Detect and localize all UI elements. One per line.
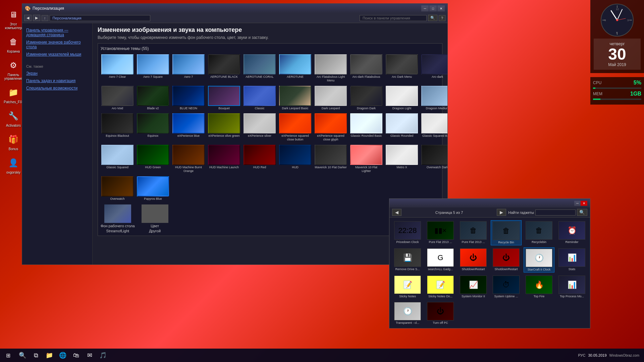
theme-item[interactable]: eXPerience squared close glyph	[314, 113, 347, 142]
theme-item[interactable]: Arc Dark Menu	[385, 54, 419, 83]
gadget-name: Transparent - cl...	[394, 321, 421, 324]
gadget-item[interactable]: 🗑Recycle Bin	[491, 220, 522, 245]
theme-item[interactable]: Dragoon Dark	[350, 85, 383, 111]
gadget-item[interactable]: ⏻ShutdownRestart	[458, 247, 489, 273]
theme-item[interactable]: HUD	[278, 144, 312, 174]
theme-item[interactable]: Glassic Squared Basic	[421, 113, 447, 142]
gadget-item[interactable]: 22:28Pricedown Clock	[392, 220, 423, 245]
sidebar-taskbar-link[interactable]: Панель задач и навигация	[22, 77, 92, 84]
theme-item[interactable]: Blade v2	[136, 85, 170, 111]
theme-item[interactable]: Arc-dark Flatabulous	[350, 54, 383, 83]
taskbar-ie[interactable]: 🌐	[56, 349, 69, 361]
theme-item[interactable]: eXPerience squared close button	[278, 113, 312, 142]
theme-item[interactable]: Equinox Blackout	[101, 113, 134, 142]
gadget-item[interactable]: 🗑Pure Flat 2013 ...	[458, 220, 489, 245]
gadget-item[interactable]: 📝Sticky Notes On...	[425, 275, 456, 299]
theme-item[interactable]: Dragoon Light	[385, 85, 419, 111]
theme-item[interactable]: Aero 7	[172, 54, 205, 83]
sidebar-access-link[interactable]: Специальные возможности	[22, 84, 92, 92]
theme-item[interactable]: Overwatch	[101, 176, 134, 201]
gadgets-search-button[interactable]: 🔍	[577, 209, 587, 216]
gadget-item[interactable]: 🕐StarCraft II Clock	[524, 247, 554, 273]
maximize-button[interactable]: □	[429, 5, 437, 11]
gadget-item[interactable]: 📈System Monitor II	[458, 275, 489, 299]
theme-item[interactable]: HUD Red	[243, 144, 276, 174]
theme-item[interactable]: Equinox	[136, 113, 170, 142]
theme-item[interactable]: AEROTUNE BLACK	[207, 54, 241, 83]
recycle-icon: 🗑	[7, 35, 20, 49]
theme-item[interactable]: Classic	[243, 85, 276, 111]
gadgets-close[interactable]: ✕	[581, 201, 587, 206]
theme-item[interactable]: eXPerience olive green	[207, 113, 241, 142]
desktop-icon-label: Этот компьютер	[3, 22, 24, 30]
theme-item[interactable]: HUD Machine Burnt Orange	[172, 144, 205, 174]
theme-item[interactable]: Glassic Rounded	[385, 113, 419, 142]
gadgets-next[interactable]: ▶	[497, 209, 506, 216]
theme-item[interactable]: Overwatch Dark	[421, 144, 447, 174]
gadget-item[interactable]: ⏻Turn off PC	[425, 301, 456, 325]
sidebar-icons-link[interactable]: Изменение значков рабочего стола	[22, 39, 92, 51]
gadget-item[interactable]: GsearchALL Gadg...	[425, 247, 456, 273]
patches-icon: 📁	[7, 86, 20, 99]
gadget-item[interactable]: 🕐Transparent - cl...	[392, 301, 423, 325]
theme-item[interactable]: BLUE NEON	[172, 85, 205, 111]
theme-item[interactable]: Bouquet	[207, 85, 241, 111]
theme-item[interactable]: AEROTUNE CORAL	[243, 54, 276, 83]
sidebar-home-link[interactable]: Панель управления — домашняя страница	[22, 26, 92, 39]
up-button[interactable]: ↑	[42, 15, 48, 21]
search-button[interactable]: 🔍	[428, 15, 437, 21]
gadget-item[interactable]: 📝Sticky Notes	[392, 275, 423, 299]
search-input[interactable]	[360, 15, 427, 21]
computer-icon: 🖥	[7, 8, 20, 21]
gadget-item[interactable]: 🗑Recyclebin	[524, 220, 554, 245]
taskbar-search[interactable]: 🔍	[16, 349, 29, 361]
theme-item[interactable]: Metro X	[385, 144, 419, 174]
gadget-item[interactable]: 📊Stats	[556, 247, 587, 273]
theme-item[interactable]: Dragoon Medium	[421, 85, 447, 111]
theme-item[interactable]: HUD Machine Launch	[207, 144, 241, 174]
taskbar-explorer[interactable]: 📁	[43, 349, 56, 361]
theme-item[interactable]: Aero 7 Clear	[101, 54, 134, 83]
theme-name: Glassic Squared	[101, 166, 133, 169]
forward-button[interactable]: ▶	[33, 15, 40, 21]
taskbar-mail[interactable]: ✉	[83, 349, 96, 361]
fon-item-color[interactable]: Цвет Другой	[142, 204, 168, 233]
theme-item[interactable]: Arc Flatabulous Light Menu	[314, 54, 347, 83]
theme-item[interactable]: Papyros Blue	[136, 176, 170, 201]
sidebar-screen-link[interactable]: Экран	[22, 70, 92, 77]
close-button[interactable]: ✕	[437, 5, 445, 11]
gadgets-prev[interactable]: ◀	[392, 209, 401, 216]
gadget-item[interactable]: ⏱System Uptime ...	[491, 275, 522, 299]
taskbar-task[interactable]: ⧉	[30, 349, 42, 361]
minimize-button[interactable]: ─	[421, 5, 429, 11]
theme-item[interactable]: Dark Leopard Basic	[278, 85, 312, 111]
theme-item[interactable]: Maverick 10 Flat Lighter	[350, 144, 383, 174]
gadget-item[interactable]: 🔥Top Fire	[524, 275, 554, 299]
nav-path[interactable]: Персонализация	[50, 15, 150, 21]
gadgets-search-input[interactable]	[535, 209, 576, 216]
theme-item[interactable]: Arc-dark	[421, 54, 447, 83]
theme-item[interactable]: HUD Green	[136, 144, 170, 174]
fon-item-bg[interactable]: Фон рабочего стола StreamofLight	[101, 204, 135, 233]
gadget-item[interactable]: ▮▮×Pure Flat 2013 ...	[425, 220, 456, 245]
theme-item[interactable]: Glassic Squared	[101, 144, 134, 174]
theme-item[interactable]: Maverick 10 Flat Darker	[314, 144, 347, 174]
theme-item[interactable]: eXPerience blue	[172, 113, 205, 142]
help-button[interactable]: ?	[439, 15, 445, 21]
theme-item[interactable]: Arc-Void	[101, 85, 134, 111]
taskbar-media[interactable]: 🎵	[97, 349, 109, 361]
taskbar-store[interactable]: 🛍	[70, 349, 83, 361]
gadget-item[interactable]: 💾Remove Drive S...	[392, 247, 423, 273]
start-button[interactable]: ⊞	[1, 349, 15, 361]
sidebar-mouse-link[interactable]: Изменение указателей мыши	[22, 51, 92, 58]
theme-item[interactable]: AEROTUNE	[278, 54, 312, 83]
gadget-item[interactable]: ⏻ShutdownRestart	[491, 247, 522, 273]
theme-item[interactable]: Dark Leopard	[314, 85, 347, 111]
theme-item[interactable]: Aero 7 Square	[136, 54, 170, 83]
theme-item[interactable]: eXPerience silver	[243, 113, 276, 142]
gadget-item[interactable]: ⏰Reminder	[556, 220, 587, 245]
gadget-item[interactable]: 📊Top Process Mo...	[556, 275, 587, 299]
gadgets-minimize[interactable]: ─	[574, 201, 581, 206]
back-button[interactable]: ◀	[24, 15, 32, 21]
theme-item[interactable]: Glassic Rounded Basic	[350, 113, 383, 142]
